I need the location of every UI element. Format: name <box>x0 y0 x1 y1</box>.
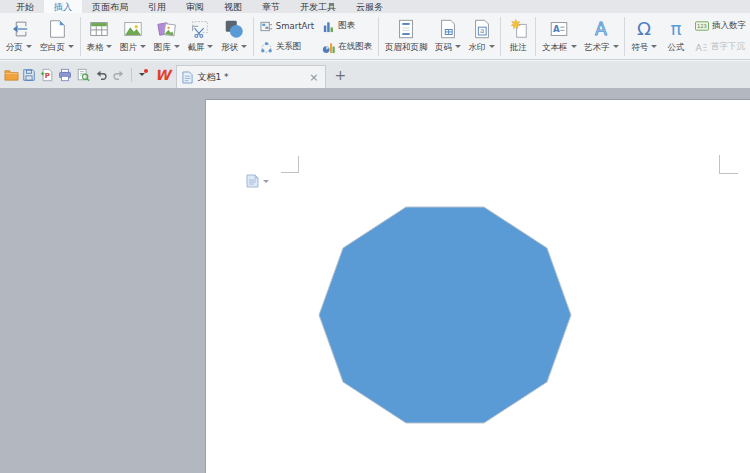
header-footer-icon <box>395 16 417 42</box>
blank-page-button[interactable]: 空白页 <box>36 14 78 59</box>
wps-logo: W <box>155 67 170 83</box>
button-label: 分页 <box>6 42 32 53</box>
close-tab-icon[interactable]: × <box>307 72 320 83</box>
comment-icon <box>507 16 529 42</box>
quick-access-toolbar: P <box>0 61 750 88</box>
decagon-shape[interactable] <box>319 207 571 423</box>
group-divider <box>253 17 254 56</box>
relation-diagram-button[interactable]: 关系图 <box>260 38 314 56</box>
dropdown-caret-icon <box>68 45 74 48</box>
number-group: 123 插入数字 A 首字下沉 <box>691 14 750 59</box>
drop-cap-button[interactable]: A 首字下沉 <box>695 38 746 56</box>
picture-button[interactable]: 图片 <box>116 14 150 59</box>
dropdown-caret-icon <box>140 45 146 48</box>
pdf-icon: P <box>40 68 54 82</box>
button-label: SmartArt <box>276 21 314 31</box>
undo-button[interactable] <box>92 65 110 85</box>
group-divider <box>500 17 501 56</box>
tab-section[interactable]: 章节 <box>252 0 290 13</box>
watermark-button[interactable]: a 水印 <box>465 14 499 59</box>
tab-start[interactable]: 开始 <box>6 0 44 13</box>
insert-number-button[interactable]: 123 插入数字 <box>695 17 746 35</box>
tab-cloud[interactable]: 云服务 <box>346 0 393 13</box>
chart-button[interactable]: 图表 <box>322 17 372 35</box>
diagram-group: SmartArt 关系图 <box>256 14 318 59</box>
tab-view[interactable]: 视图 <box>214 0 252 13</box>
button-label: 水印 <box>469 42 495 53</box>
table-button[interactable]: 表格 <box>83 14 117 59</box>
page-break-icon <box>8 16 30 42</box>
shapes-button[interactable]: 形状 <box>217 14 251 59</box>
save-icon <box>22 68 36 82</box>
smartart-icon <box>260 20 273 33</box>
tab-developer[interactable]: 开发工具 <box>290 0 346 13</box>
print-preview-button[interactable] <box>74 65 92 85</box>
wordart-button[interactable]: A 艺术字 <box>580 14 622 59</box>
document-area <box>0 88 750 473</box>
button-label: 公式 <box>667 42 684 53</box>
dropdown-caret-icon <box>489 45 495 48</box>
online-chart-icon <box>322 41 335 54</box>
header-footer-button[interactable]: 页眉和页脚 <box>381 14 431 59</box>
dropdown-caret-icon <box>207 45 213 48</box>
svg-text:A: A <box>595 19 607 39</box>
print-preview-icon <box>76 68 90 82</box>
comment-button[interactable]: 批注 <box>503 14 533 59</box>
button-label: 首字下沉 <box>711 41 745 53</box>
new-tab-button[interactable]: + <box>334 68 346 82</box>
dropdown-caret-icon <box>613 45 619 48</box>
screenshot-button[interactable]: 截屏 <box>184 14 218 59</box>
dropdown-caret-icon <box>651 45 657 48</box>
ribbon: 分页 空白页 表格 图片 <box>0 13 750 60</box>
button-label: 文本框 <box>542 42 577 53</box>
tab-review[interactable]: 审阅 <box>176 0 214 13</box>
open-file-button[interactable] <box>2 65 20 85</box>
screenshot-icon <box>189 16 211 42</box>
page-number-icon <box>437 16 459 42</box>
export-pdf-button[interactable]: P <box>38 65 56 85</box>
dropdown-caret-icon <box>241 45 247 48</box>
document-icon <box>182 71 193 84</box>
tab-insert[interactable]: 插入 <box>44 0 82 13</box>
svg-text:P: P <box>45 72 50 80</box>
table-icon <box>88 16 110 42</box>
button-label: 截屏 <box>187 42 213 53</box>
symbol-button[interactable]: Ω 符号 <box>627 14 661 59</box>
button-label: 页码 <box>435 42 461 53</box>
formula-button[interactable]: π 公式 <box>661 14 691 59</box>
print-button[interactable] <box>56 65 74 85</box>
button-label: 图表 <box>338 20 355 32</box>
svg-text:π: π <box>670 18 681 39</box>
button-label: 插入数字 <box>712 20 746 32</box>
undo-icon <box>94 68 108 82</box>
dropdown-caret-icon <box>571 45 577 48</box>
button-label: 图库 <box>154 42 180 53</box>
online-chart-button[interactable]: 在线图表 <box>322 38 372 56</box>
redo-button[interactable] <box>110 65 128 85</box>
save-button[interactable] <box>20 65 38 85</box>
document-page[interactable] <box>205 99 750 473</box>
page-break-button[interactable]: 分页 <box>2 14 36 59</box>
smartart-button[interactable]: SmartArt <box>260 17 314 35</box>
canvas-svg <box>206 100 750 473</box>
gallery-button[interactable]: 图库 <box>150 14 184 59</box>
svg-text:123: 123 <box>697 23 707 29</box>
picture-icon <box>122 16 144 42</box>
group-divider <box>378 17 379 56</box>
page-number-button[interactable]: 页码 <box>431 14 465 59</box>
tab-page-layout[interactable]: 页面布局 <box>82 0 138 13</box>
group-divider <box>624 17 625 56</box>
gallery-icon <box>156 16 178 42</box>
chart-icon <box>322 20 335 33</box>
chart-group: 图表 在线图表 <box>318 14 376 59</box>
textbox-button[interactable]: A 文本框 <box>538 14 580 59</box>
button-label: 页眉和页脚 <box>385 42 428 53</box>
tab-references[interactable]: 引用 <box>138 0 176 13</box>
ribbon-tab-bar: 开始 插入 页面布局 引用 审阅 视图 章节 开发工具 云服务 <box>0 0 750 13</box>
document-tab-title: 文档1 * <box>197 71 303 84</box>
svg-text:Ω: Ω <box>637 18 651 39</box>
document-tab[interactable]: 文档1 * × <box>176 65 326 88</box>
customize-toolbar-button[interactable] <box>135 66 149 84</box>
toolbar-divider <box>131 68 132 82</box>
svg-text:a: a <box>480 27 484 35</box>
